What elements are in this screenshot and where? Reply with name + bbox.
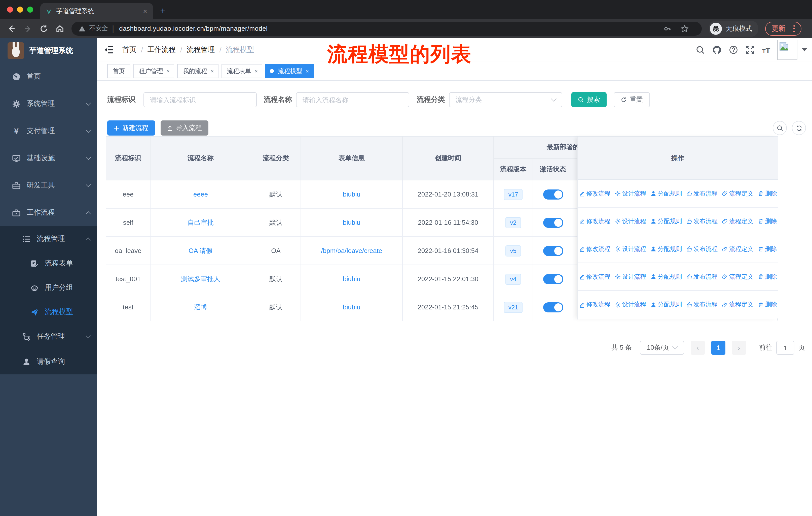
process-definition-link[interactable]: 流程定义	[722, 245, 753, 253]
github-icon[interactable]	[712, 45, 721, 54]
process-definition-link[interactable]: 流程定义	[722, 300, 753, 309]
design-process-link[interactable]: 设计流程	[614, 272, 646, 281]
form-link[interactable]: biubiu	[343, 303, 360, 311]
close-icon[interactable]: ×	[211, 68, 214, 74]
sidebar-item-system[interactable]: 系统管理	[0, 90, 97, 117]
active-toggle[interactable]	[543, 246, 563, 256]
assign-rule-link[interactable]: 分配规则	[650, 272, 682, 281]
update-button[interactable]: 更新	[765, 21, 802, 35]
home-icon[interactable]	[55, 24, 64, 33]
delete-link[interactable]: 删除	[757, 245, 777, 253]
design-process-link[interactable]: 设计流程	[614, 245, 646, 253]
sidebar-item-devtools[interactable]: 研发工具	[0, 172, 97, 199]
tag-home[interactable]: 首页	[107, 64, 130, 78]
publish-process-link[interactable]: 发布流程	[686, 217, 718, 225]
reset-button[interactable]: 重置	[614, 92, 650, 107]
tag-process-model-active[interactable]: 流程模型×	[265, 64, 314, 78]
close-icon[interactable]: ×	[306, 68, 309, 74]
sidebar-item-infra[interactable]: 基础设施	[0, 145, 97, 172]
edit-process-link[interactable]: 修改流程	[579, 272, 610, 281]
version-badge[interactable]: v2	[505, 217, 521, 228]
version-badge[interactable]: v5	[505, 245, 521, 256]
sidebar-item-process-form[interactable]: 流程表单	[0, 251, 97, 276]
delete-link[interactable]: 删除	[757, 217, 777, 225]
reload-icon[interactable]	[39, 24, 48, 33]
close-icon[interactable]: ×	[255, 68, 258, 74]
create-process-button[interactable]: 新建流程	[107, 120, 155, 136]
tab-close-icon[interactable]: ×	[142, 7, 148, 15]
browser-tab[interactable]: 芋道管理系统 ×	[40, 3, 153, 19]
sidebar-item-task-management[interactable]: 任务管理	[0, 324, 97, 349]
security-label[interactable]: 不安全	[89, 24, 108, 33]
version-badge[interactable]: v21	[504, 302, 523, 313]
breadcrumb-item[interactable]: 流程管理	[187, 45, 215, 54]
breadcrumb-item[interactable]: 工作流程	[147, 45, 176, 54]
process-key-input[interactable]	[143, 92, 257, 107]
font-size-icon[interactable]: TT	[762, 46, 770, 54]
forward-icon[interactable]	[23, 24, 32, 33]
process-definition-link[interactable]: 流程定义	[722, 189, 753, 198]
active-toggle[interactable]	[543, 302, 563, 312]
help-icon[interactable]	[729, 45, 738, 54]
model-name-link[interactable]: 自己审批	[187, 218, 214, 227]
active-toggle[interactable]	[543, 217, 563, 227]
active-toggle[interactable]	[543, 189, 563, 199]
design-process-link[interactable]: 设计流程	[614, 217, 646, 225]
active-toggle[interactable]	[543, 274, 563, 284]
sidebar-item-workflow[interactable]: 工作流程	[0, 199, 97, 226]
page-number-button[interactable]: 1	[711, 341, 725, 355]
design-process-link[interactable]: 设计流程	[614, 189, 646, 198]
zoom-window-button[interactable]	[27, 6, 33, 12]
tag-tenant[interactable]: 租户管理×	[134, 64, 174, 78]
refresh-table-button[interactable]	[792, 121, 806, 135]
show-search-button[interactable]	[773, 121, 787, 135]
form-link[interactable]: biubiu	[343, 275, 360, 283]
import-process-button[interactable]: 导入流程	[161, 120, 208, 136]
model-name-link[interactable]: eeee	[193, 190, 208, 198]
sidebar-fold-icon[interactable]	[104, 45, 114, 55]
model-name-link[interactable]: 测试多审批人	[181, 274, 220, 283]
tag-my-process[interactable]: 我的流程×	[177, 64, 219, 78]
search-icon[interactable]	[696, 45, 705, 54]
sidebar-item-process-model[interactable]: 流程模型	[0, 300, 97, 324]
url-text[interactable]: dashboard.yudao.iocoder.cn/bpm/manager/m…	[119, 25, 267, 32]
form-link[interactable]: biubiu	[343, 190, 360, 198]
publish-process-link[interactable]: 发布流程	[686, 189, 718, 198]
category-select[interactable]: 流程分类	[449, 92, 562, 107]
sidebar-item-payment[interactable]: ¥ 支付管理	[0, 117, 97, 145]
next-page-button[interactable]: ›	[732, 341, 746, 355]
version-badge[interactable]: v4	[505, 273, 521, 284]
sidebar-item-user-group[interactable]: 用户分组	[0, 276, 97, 300]
delete-link[interactable]: 删除	[757, 300, 777, 309]
close-icon[interactable]: ×	[167, 68, 170, 74]
macos-window-controls[interactable]	[7, 6, 33, 12]
user-avatar[interactable]	[777, 40, 798, 60]
version-badge[interactable]: v17	[504, 189, 523, 200]
process-name-input[interactable]	[296, 92, 409, 107]
sidebar-item-process-management[interactable]: 流程管理	[0, 226, 97, 251]
design-process-link[interactable]: 设计流程	[614, 300, 646, 309]
breadcrumb-item[interactable]: 首页	[122, 45, 137, 54]
sidebar-item-leave-query[interactable]: 请假查询	[0, 349, 97, 374]
assign-rule-link[interactable]: 分配规则	[650, 217, 682, 225]
assign-rule-link[interactable]: 分配规则	[650, 245, 682, 253]
tag-process-form[interactable]: 流程表单×	[222, 64, 263, 78]
browser-menu-icon[interactable]	[790, 23, 798, 33]
form-link[interactable]: /bpm/oa/leave/create	[321, 247, 382, 254]
process-definition-link[interactable]: 流程定义	[722, 217, 753, 225]
assign-rule-link[interactable]: 分配规则	[650, 189, 682, 198]
edit-process-link[interactable]: 修改流程	[579, 217, 610, 225]
form-link[interactable]: biubiu	[343, 219, 360, 226]
prev-page-button[interactable]: ‹	[691, 341, 705, 355]
edit-process-link[interactable]: 修改流程	[579, 189, 610, 198]
close-window-button[interactable]	[7, 6, 13, 12]
bookmark-star-icon[interactable]	[680, 24, 689, 32]
edit-process-link[interactable]: 修改流程	[579, 300, 610, 309]
search-button[interactable]: 搜索	[571, 92, 607, 107]
page-size-select[interactable]: 10条/页	[640, 341, 684, 355]
fullscreen-icon[interactable]	[746, 45, 755, 54]
key-icon[interactable]	[664, 24, 671, 32]
assign-rule-link[interactable]: 分配规则	[650, 300, 682, 309]
model-name-link[interactable]: 滔博	[194, 303, 207, 312]
edit-process-link[interactable]: 修改流程	[579, 245, 610, 253]
